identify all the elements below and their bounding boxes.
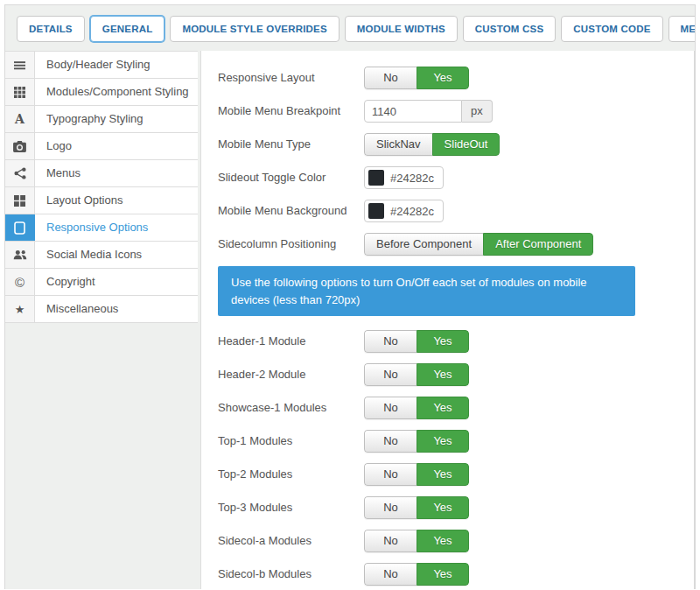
tab-menu-assignment[interactable]: MENU ASSIGNMENT <box>668 16 696 42</box>
tab-module-widths[interactable]: MODULE WIDTHS <box>345 16 458 42</box>
form-row-header-1-module: Header-1 ModuleNoYes <box>218 330 676 353</box>
input-addon: px <box>462 100 493 123</box>
toggle-group-sidecolumn-positioning: Before ComponentAfter Component <box>364 233 593 256</box>
settings-form: Responsive LayoutNoYesMobile Menu Breakp… <box>200 51 695 589</box>
field-label: Top-3 Modules <box>218 501 364 516</box>
sidebar-item-modules-component-styling[interactable]: Modules/Component Styling <box>5 79 198 106</box>
field-label: Mobile Menu Breakpoint <box>218 104 364 119</box>
form-row-sidecolumn-positioning: Sidecolumn PositioningBefore ComponentAf… <box>218 233 676 256</box>
field-label: Sidecol-a Modules <box>218 534 364 549</box>
copyright-icon: © <box>5 269 35 295</box>
sidebar-item-body-header-styling[interactable]: Body/Header Styling <box>5 52 198 79</box>
toggle-group-top-3-modules: NoYes <box>364 496 469 519</box>
sidebar-item-label: Modules/Component Styling <box>35 79 198 105</box>
toggle-option-yes[interactable]: Yes <box>416 67 469 89</box>
toggle-option-no[interactable]: No <box>364 496 416 519</box>
toggle-option-yes[interactable]: Yes <box>416 496 469 519</box>
form-row-showcase-1-modules: Showcase-1 ModulesNoYes <box>218 397 676 419</box>
sidebar-item-label: Body/Header Styling <box>35 52 198 78</box>
mobile-menu-background-picker[interactable]: #24282c <box>364 200 444 222</box>
form-row-top-3-modules: Top-3 ModulesNoYes <box>218 496 676 519</box>
field-label: Header-1 Module <box>218 334 364 349</box>
sidebar-item-label: Copyright <box>35 269 198 295</box>
toggle-option-no[interactable]: No <box>364 530 416 552</box>
toggle-option-yes[interactable]: Yes <box>416 397 469 419</box>
toggle-option-no[interactable]: No <box>364 563 416 586</box>
sidebar-item-layout-options[interactable]: Layout Options <box>5 187 198 214</box>
info-box: Use the following options to turn On/Off… <box>218 266 635 316</box>
sidebar-item-typography-styling[interactable]: ATypography Styling <box>5 106 198 133</box>
toggle-option-yes[interactable]: Yes <box>416 330 469 353</box>
field-label: Mobile Menu Background <box>218 204 364 219</box>
toggle-option-yes[interactable]: Yes <box>416 430 469 453</box>
field-label: Sidecolumn Positioning <box>218 237 364 252</box>
toggle-group-sidecol-a-modules: NoYes <box>364 530 469 552</box>
sidebar-item-label: Menus <box>35 160 198 186</box>
form-row-mobile-menu-type: Mobile Menu TypeSlickNavSlideOut <box>218 133 676 156</box>
form-row-sidecol-a-modules: Sidecol-a ModulesNoYes <box>218 530 676 552</box>
toggle-group-top-2-modules: NoYes <box>364 463 469 486</box>
sidebar-menu: Body/Header StylingModules/Component Sty… <box>5 51 198 323</box>
tab-bar: DETAILSGENERALMODULE STYLE OVERRIDESMODU… <box>5 5 695 51</box>
sidebar-item-menus[interactable]: Menus <box>5 160 198 187</box>
toggle-group-header-2-module: NoYes <box>364 363 469 386</box>
field-label: Top-2 Modules <box>218 467 364 482</box>
toggle-group-sidecol-b-modules: NoYes <box>364 563 469 586</box>
field-label: Top-1 Modules <box>218 434 364 449</box>
sidebar-item-miscellaneous[interactable]: ★Miscellaneous <box>5 296 198 323</box>
sidebar-item-logo[interactable]: Logo <box>5 133 198 160</box>
toggle-option-slideout[interactable]: SlideOut <box>432 133 500 156</box>
toggle-option-slicknav[interactable]: SlickNav <box>364 133 432 156</box>
sidebar-item-responsive-options[interactable]: Responsive Options <box>5 214 198 242</box>
form-row-mobile-menu-background: Mobile Menu Background#24282c <box>218 200 676 222</box>
sidebar-item-social-media-icons[interactable]: Social Media Icons <box>5 242 198 269</box>
users-icon <box>5 242 35 268</box>
input-group: px <box>364 100 493 123</box>
tab-general[interactable]: GENERAL <box>90 16 165 42</box>
tab-module-style-overrides[interactable]: MODULE STYLE OVERRIDES <box>170 16 339 42</box>
tab-details[interactable]: DETAILS <box>17 16 85 42</box>
color-value: #24282c <box>390 205 434 218</box>
toggle-option-yes[interactable]: Yes <box>416 530 469 552</box>
tab-custom-code[interactable]: CUSTOM CODE <box>561 16 662 42</box>
toggle-option-no[interactable]: No <box>364 330 416 353</box>
template-settings-panel: DETAILSGENERALMODULE STYLE OVERRIDESMODU… <box>4 4 696 589</box>
field-label: Mobile Menu Type <box>218 137 364 152</box>
toggle-option-yes[interactable]: Yes <box>416 563 469 586</box>
tablet-icon <box>5 214 35 241</box>
toggle-option-before-component[interactable]: Before Component <box>364 233 483 256</box>
field-label: Header-2 Module <box>218 368 364 383</box>
color-swatch <box>368 170 384 186</box>
toggle-group-responsive-layout: NoYes <box>364 67 469 89</box>
toggle-option-yes[interactable]: Yes <box>416 463 469 486</box>
star-icon: ★ <box>5 296 35 322</box>
page-body: Body/Header StylingModules/Component Sty… <box>5 51 695 589</box>
sidebar-item-label: Layout Options <box>35 187 198 214</box>
field-label: Showcase-1 Modules <box>218 401 364 416</box>
camera-icon <box>5 133 35 159</box>
toggle-option-no[interactable]: No <box>364 463 416 486</box>
toggle-option-no[interactable]: No <box>364 363 416 386</box>
slideout-toggle-color-picker[interactable]: #24282c <box>364 166 444 189</box>
form-row-sidecol-b-modules: Sidecol-b ModulesNoYes <box>218 563 676 586</box>
toggle-option-no[interactable]: No <box>364 397 416 419</box>
sidebar-item-label: Miscellaneous <box>35 296 198 322</box>
sidebar-item-label: Responsive Options <box>35 214 198 241</box>
sidebar-item-label: Typography Styling <box>35 106 198 132</box>
color-swatch <box>368 203 384 219</box>
tab-custom-css[interactable]: CUSTOM CSS <box>463 16 556 42</box>
share-icon <box>5 160 35 186</box>
field-label: Slideout Toggle Color <box>218 171 364 186</box>
mobile-menu-breakpoint-input[interactable] <box>364 100 462 123</box>
toggle-option-after-component[interactable]: After Component <box>483 233 593 256</box>
toggle-option-no[interactable]: No <box>364 430 416 453</box>
sidebar-item-copyright[interactable]: ©Copyright <box>5 269 198 296</box>
bars-icon <box>5 52 35 78</box>
sidebar: Body/Header StylingModules/Component Sty… <box>5 51 198 589</box>
toggle-group-showcase-1-modules: NoYes <box>364 397 469 419</box>
field-label: Sidecol-b Modules <box>218 567 364 582</box>
form-row-top-2-modules: Top-2 ModulesNoYes <box>218 463 676 486</box>
toggle-option-no[interactable]: No <box>364 67 416 89</box>
toggle-option-yes[interactable]: Yes <box>416 363 469 386</box>
form-row-mobile-menu-breakpoint: Mobile Menu Breakpointpx <box>218 100 676 123</box>
